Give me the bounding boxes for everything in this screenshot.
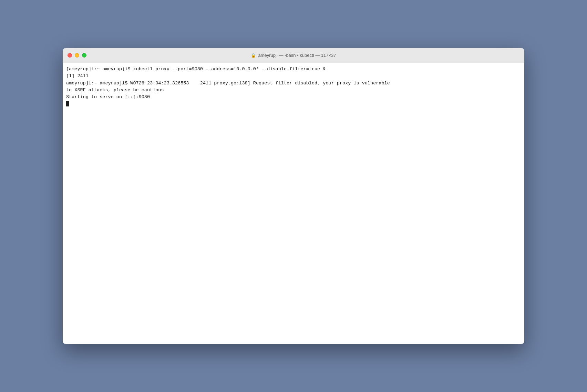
lock-icon: 🔒 (251, 53, 256, 58)
terminal-window: 🔒 ameyrupji — -bash • kubectl — 117×37 [… (63, 48, 524, 344)
terminal-line-2: [1] 2411 (66, 73, 521, 80)
terminal-line-5: Starting to serve on [::]:9080 (66, 94, 521, 101)
title-bar: 🔒 ameyrupji — -bash • kubectl — 117×37 (63, 48, 524, 63)
terminal-line-4: to XSRF attacks, please be cautious (66, 87, 521, 94)
close-button[interactable] (68, 53, 72, 58)
window-title: 🔒 ameyrupji — -bash • kubectl — 117×37 (251, 53, 336, 58)
cursor (66, 101, 69, 106)
minimize-button[interactable] (75, 53, 79, 58)
terminal-line-3: ameyrupji:~ ameyrupji$ W0726 23:04:23.32… (66, 80, 521, 87)
title-label: ameyrupji — -bash • kubectl — 117×37 (258, 53, 336, 58)
terminal-body[interactable]: [ameyrupji:~ ameyrupji$ kubectl proxy --… (63, 63, 524, 344)
maximize-button[interactable] (82, 53, 86, 58)
traffic-lights (68, 53, 86, 58)
terminal-line-1: [ameyrupji:~ ameyrupji$ kubectl proxy --… (66, 66, 521, 73)
terminal-cursor-line (66, 101, 521, 107)
